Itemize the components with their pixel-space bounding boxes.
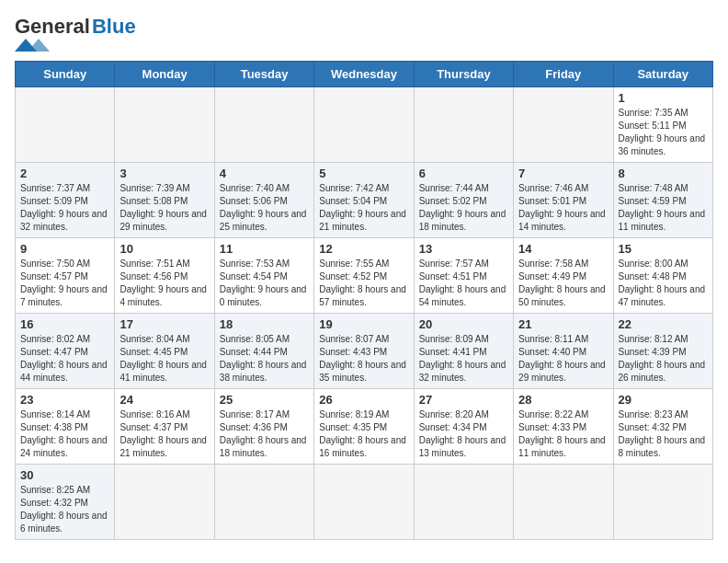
calendar-week-row: 16Sunrise: 8:02 AMSunset: 4:47 PMDayligh… — [16, 314, 713, 389]
day-info: Sunrise: 8:11 AMSunset: 4:40 PMDaylight:… — [518, 333, 608, 385]
calendar-cell: 15Sunrise: 8:00 AMSunset: 4:48 PMDayligh… — [613, 238, 712, 314]
day-info: Sunrise: 8:16 AMSunset: 4:37 PMDaylight:… — [119, 408, 209, 460]
calendar-cell: 2Sunrise: 7:37 AMSunset: 5:09 PMDaylight… — [16, 163, 115, 238]
calendar-week-row: 1Sunrise: 7:35 AMSunset: 5:11 PMDaylight… — [16, 87, 713, 163]
logo: General Blue — [15, 15, 136, 52]
day-info: Sunrise: 7:53 AMSunset: 4:54 PMDaylight:… — [220, 258, 309, 309]
calendar-week-row: 9Sunrise: 7:50 AMSunset: 4:57 PMDaylight… — [16, 238, 713, 314]
weekday-header-row: SundayMondayTuesdayWednesdayThursdayFrid… — [16, 62, 713, 87]
calendar-cell: 30Sunrise: 8:25 AMSunset: 4:32 PMDayligh… — [16, 465, 115, 540]
day-info: Sunrise: 7:48 AMSunset: 4:59 PMDaylight:… — [619, 182, 708, 234]
calendar-cell: 1Sunrise: 7:35 AMSunset: 5:11 PMDaylight… — [613, 87, 712, 163]
day-info: Sunrise: 7:35 AMSunset: 5:11 PMDaylight:… — [619, 107, 708, 158]
calendar-cell — [115, 465, 214, 540]
calendar-cell: 29Sunrise: 8:23 AMSunset: 4:32 PMDayligh… — [613, 389, 712, 465]
calendar-cell — [214, 465, 313, 540]
weekday-header-friday: Friday — [514, 62, 613, 87]
logo-general-text: General — [15, 15, 90, 39]
calendar-cell: 13Sunrise: 7:57 AMSunset: 4:51 PMDayligh… — [414, 238, 513, 314]
calendar-week-row: 2Sunrise: 7:37 AMSunset: 5:09 PMDaylight… — [16, 163, 713, 238]
calendar-cell: 17Sunrise: 8:04 AMSunset: 4:45 PMDayligh… — [115, 314, 214, 389]
day-info: Sunrise: 8:02 AMSunset: 4:47 PMDaylight:… — [20, 333, 109, 385]
calendar-cell — [314, 465, 414, 540]
day-number: 30 — [20, 468, 109, 482]
weekday-header-monday: Monday — [115, 62, 214, 87]
logo-blue-text: Blue — [92, 15, 136, 39]
calendar-cell — [414, 87, 513, 163]
day-info: Sunrise: 7:37 AMSunset: 5:09 PMDaylight:… — [20, 182, 109, 234]
day-number: 9 — [20, 242, 109, 256]
day-info: Sunrise: 7:57 AMSunset: 4:51 PMDaylight:… — [419, 258, 508, 309]
calendar-cell — [314, 87, 414, 163]
calendar-cell: 27Sunrise: 8:20 AMSunset: 4:34 PMDayligh… — [414, 389, 513, 465]
calendar-cell: 16Sunrise: 8:02 AMSunset: 4:47 PMDayligh… — [16, 314, 115, 389]
day-info: Sunrise: 7:39 AMSunset: 5:08 PMDaylight:… — [119, 182, 209, 234]
calendar-cell — [514, 87, 613, 163]
day-number: 23 — [20, 393, 109, 407]
day-info: Sunrise: 7:44 AMSunset: 5:02 PMDaylight:… — [419, 182, 508, 234]
day-info: Sunrise: 8:04 AMSunset: 4:45 PMDaylight:… — [119, 333, 209, 385]
calendar-cell: 28Sunrise: 8:22 AMSunset: 4:33 PMDayligh… — [514, 389, 613, 465]
calendar-cell: 10Sunrise: 7:51 AMSunset: 4:56 PMDayligh… — [115, 238, 214, 314]
calendar-cell: 22Sunrise: 8:12 AMSunset: 4:39 PMDayligh… — [613, 314, 712, 389]
day-number: 27 — [419, 393, 508, 407]
day-info: Sunrise: 8:07 AMSunset: 4:43 PMDaylight:… — [319, 333, 408, 385]
day-info: Sunrise: 7:55 AMSunset: 4:52 PMDaylight:… — [319, 258, 408, 309]
day-number: 29 — [619, 393, 708, 407]
calendar-cell: 12Sunrise: 7:55 AMSunset: 4:52 PMDayligh… — [314, 238, 414, 314]
day-info: Sunrise: 7:46 AMSunset: 5:01 PMDaylight:… — [518, 182, 608, 234]
calendar-cell: 23Sunrise: 8:14 AMSunset: 4:38 PMDayligh… — [16, 389, 115, 465]
page-header: General Blue — [15, 15, 713, 52]
day-number: 13 — [419, 242, 508, 256]
day-number: 7 — [518, 167, 608, 180]
calendar-cell — [115, 87, 214, 163]
day-info: Sunrise: 8:14 AMSunset: 4:38 PMDaylight:… — [20, 408, 109, 460]
day-number: 12 — [319, 242, 408, 256]
calendar-cell: 20Sunrise: 8:09 AMSunset: 4:41 PMDayligh… — [414, 314, 513, 389]
calendar-cell: 18Sunrise: 8:05 AMSunset: 4:44 PMDayligh… — [214, 314, 313, 389]
day-info: Sunrise: 7:50 AMSunset: 4:57 PMDaylight:… — [20, 258, 109, 309]
calendar-cell — [16, 87, 115, 163]
day-number: 24 — [119, 393, 209, 407]
calendar-cell: 5Sunrise: 7:42 AMSunset: 5:04 PMDaylight… — [314, 163, 414, 238]
logo-icon — [15, 39, 61, 52]
calendar-cell: 24Sunrise: 8:16 AMSunset: 4:37 PMDayligh… — [115, 389, 214, 465]
day-info: Sunrise: 7:40 AMSunset: 5:06 PMDaylight:… — [220, 182, 309, 234]
day-info: Sunrise: 8:25 AMSunset: 4:32 PMDaylight:… — [20, 484, 109, 535]
day-number: 4 — [220, 167, 309, 180]
day-number: 2 — [20, 167, 109, 180]
calendar-week-row: 23Sunrise: 8:14 AMSunset: 4:38 PMDayligh… — [16, 389, 713, 465]
calendar-cell — [514, 465, 613, 540]
weekday-header-sunday: Sunday — [16, 62, 115, 87]
calendar-cell: 3Sunrise: 7:39 AMSunset: 5:08 PMDaylight… — [115, 163, 214, 238]
day-info: Sunrise: 8:09 AMSunset: 4:41 PMDaylight:… — [419, 333, 508, 385]
calendar-cell: 25Sunrise: 8:17 AMSunset: 4:36 PMDayligh… — [214, 389, 313, 465]
day-info: Sunrise: 7:42 AMSunset: 5:04 PMDaylight:… — [319, 182, 408, 234]
weekday-header-saturday: Saturday — [613, 62, 712, 87]
day-number: 19 — [319, 317, 408, 331]
weekday-header-tuesday: Tuesday — [214, 62, 313, 87]
day-info: Sunrise: 8:05 AMSunset: 4:44 PMDaylight:… — [220, 333, 309, 385]
day-number: 1 — [619, 91, 708, 105]
calendar-cell — [414, 465, 513, 540]
calendar-cell: 8Sunrise: 7:48 AMSunset: 4:59 PMDaylight… — [613, 163, 712, 238]
calendar-cell: 14Sunrise: 7:58 AMSunset: 4:49 PMDayligh… — [514, 238, 613, 314]
calendar-cell: 9Sunrise: 7:50 AMSunset: 4:57 PMDaylight… — [16, 238, 115, 314]
day-number: 14 — [518, 242, 608, 256]
day-number: 26 — [319, 393, 408, 407]
day-number: 15 — [619, 242, 708, 256]
day-number: 5 — [319, 167, 408, 180]
day-number: 17 — [119, 317, 209, 331]
day-number: 6 — [419, 167, 508, 180]
day-info: Sunrise: 8:00 AMSunset: 4:48 PMDaylight:… — [619, 258, 708, 309]
day-number: 25 — [220, 393, 309, 407]
day-info: Sunrise: 8:20 AMSunset: 4:34 PMDaylight:… — [419, 408, 508, 460]
day-number: 18 — [220, 317, 309, 331]
calendar-cell: 7Sunrise: 7:46 AMSunset: 5:01 PMDaylight… — [514, 163, 613, 238]
day-number: 21 — [518, 317, 608, 331]
calendar-cell — [613, 465, 712, 540]
day-number: 22 — [619, 317, 708, 331]
calendar-cell: 21Sunrise: 8:11 AMSunset: 4:40 PMDayligh… — [514, 314, 613, 389]
calendar-week-row: 30Sunrise: 8:25 AMSunset: 4:32 PMDayligh… — [16, 465, 713, 540]
day-info: Sunrise: 7:51 AMSunset: 4:56 PMDaylight:… — [119, 258, 209, 309]
